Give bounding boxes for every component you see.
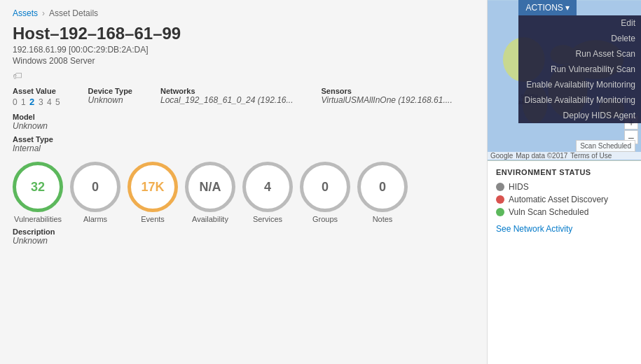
action-item-run-vulnerability-scan[interactable]: Run Vulnerability Scan (518, 62, 641, 77)
actions-button[interactable]: ACTIONS ▾ (518, 0, 577, 15)
breadcrumb-separator: › (42, 8, 45, 18)
actions-menu: EditDeleteRun Asset ScanRun Vulnerabilit… (518, 15, 641, 123)
action-item-edit[interactable]: Edit (518, 15, 641, 31)
asset-value-label: Asset Value (13, 87, 60, 95)
asset-value-num-4[interactable]: 4 (47, 97, 54, 107)
action-item-disable-availability-monitoring[interactable]: Disable Availability Monitoring (518, 92, 641, 108)
see-network-activity-link[interactable]: See Network Activity (496, 224, 572, 234)
env-item-vuln-scan-scheduled: Vuln Scan Scheduled (496, 207, 633, 217)
metric-circle-events: 17K (127, 162, 178, 212)
metric-label-vulnerabilities: Vulnerabilities (14, 215, 62, 223)
model-value: Unknown (13, 121, 474, 131)
device-type-label: Device Type (88, 87, 132, 95)
env-item-automatic-asset-discovery: Automatic Asset Discovery (496, 195, 633, 204)
model-label: Model (13, 113, 474, 121)
description-value: Unknown (13, 236, 474, 246)
host-os: Windows 2008 Server (13, 56, 474, 66)
metric-circle-availability: N/A (185, 162, 235, 212)
env-label: Automatic Asset Discovery (509, 195, 608, 204)
metric-events[interactable]: 17KEvents (127, 162, 178, 223)
action-item-enable-availability-monitoring[interactable]: Enable Availability Monitoring (518, 77, 641, 92)
metric-vulnerabilities[interactable]: 32Vulnerabilities (13, 162, 63, 223)
networks-label: Networks (160, 87, 294, 95)
env-label: Vuln Scan Scheduled (509, 207, 588, 217)
asset-type-value: Internal (13, 144, 474, 153)
metric-services[interactable]: 4Services (242, 162, 293, 223)
asset-value-num-2[interactable]: 2 (29, 97, 37, 107)
env-item-hids: HIDS (496, 182, 633, 192)
metric-notes[interactable]: 0Notes (357, 162, 408, 223)
metric-alarms[interactable]: 0Alarms (70, 162, 120, 223)
sensors-value[interactable]: VirtualUSMAllInOne (192.168.61.... (322, 95, 453, 105)
env-dot-green (496, 208, 504, 216)
asset-value-num-1[interactable]: 1 (21, 97, 28, 107)
asset-value-num-5[interactable]: 5 (55, 97, 60, 107)
google-logo: Google (490, 152, 513, 160)
env-status-title: ENVIRONMENT STATUS (496, 168, 633, 176)
metric-label-events: Events (141, 215, 165, 223)
metric-label-availability: Availability (192, 215, 228, 223)
metric-availability[interactable]: N/AAvailability (185, 162, 235, 223)
description-section: Description Unknown (13, 227, 474, 246)
device-type-section: Device Type Unknown (88, 87, 132, 107)
scan-scheduled-badge: Scan Scheduled (576, 140, 635, 152)
env-items-list: HIDSAutomatic Asset DiscoveryVuln Scan S… (496, 182, 633, 217)
env-dot-gray (496, 183, 504, 191)
networks-value[interactable]: Local_192_168_61_0_24 (192.16... (160, 95, 294, 105)
device-type-value: Unknown (88, 95, 132, 105)
right-panel: AFRICA SOUTH AMERICA ACTIONS ▾ EditDelet… (487, 0, 641, 364)
asset-value-num-0[interactable]: 0 (13, 97, 20, 107)
metric-label-services: Services (253, 215, 282, 223)
page-title: Host–192–168–61–99 (13, 24, 474, 43)
metric-circle-services: 4 (242, 162, 293, 212)
environment-status: ENVIRONMENT STATUS HIDSAutomatic Asset D… (488, 161, 641, 241)
tag-icon: 🏷 (13, 70, 474, 81)
asset-meta: Asset Value 0 1 2 3 4 5 Device Type Unkn… (13, 87, 474, 107)
asset-type-label: Asset Type (13, 135, 474, 144)
description-label: Description (13, 227, 474, 236)
metric-circle-alarms: 0 (70, 162, 120, 212)
model-section: Model Unknown (13, 113, 474, 131)
asset-value-section: Asset Value 0 1 2 3 4 5 (13, 87, 60, 107)
actions-dropdown[interactable]: ACTIONS ▾ EditDeleteRun Asset ScanRun Vu… (518, 0, 641, 123)
breadcrumb-current: Asset Details (49, 8, 98, 18)
metric-groups[interactable]: 0Groups (300, 162, 350, 223)
metric-label-groups: Groups (312, 215, 338, 223)
sensors-label: Sensors (322, 87, 453, 95)
map-copyright: Map data ©2017 (516, 152, 567, 160)
host-ip: 192.168.61.99 [00:0C:29:DB:2A:DA] (13, 45, 474, 55)
sensors-section: Sensors VirtualUSMAllInOne (192.168.61..… (322, 87, 453, 107)
metric-label-notes: Notes (373, 215, 393, 223)
env-dot-red (496, 195, 504, 204)
action-item-deploy-hids-agent[interactable]: Deploy HIDS Agent (518, 108, 641, 123)
breadcrumb: Assets › Asset Details (13, 8, 474, 18)
action-item-delete[interactable]: Delete (518, 31, 641, 46)
metric-circle-vulnerabilities: 32 (13, 162, 63, 212)
env-label: HIDS (509, 182, 529, 192)
map-terms[interactable]: Terms of Use (570, 152, 612, 160)
asset-value-num-3[interactable]: 3 (39, 97, 46, 107)
asset-value-row[interactable]: 0 1 2 3 4 5 (13, 97, 60, 107)
action-item-run-asset-scan[interactable]: Run Asset Scan (518, 46, 641, 62)
metric-circle-notes: 0 (357, 162, 408, 212)
metric-label-alarms: Alarms (83, 215, 107, 223)
breadcrumb-link-assets[interactable]: Assets (13, 8, 38, 18)
networks-section: Networks Local_192_168_61_0_24 (192.16..… (160, 87, 294, 107)
asset-type-section: Asset Type Internal (13, 135, 474, 153)
metric-circle-groups: 0 (300, 162, 350, 212)
map-attribution: Google Map data ©2017 Terms of Use (488, 152, 641, 160)
map-area: AFRICA SOUTH AMERICA ACTIONS ▾ EditDelet… (488, 0, 641, 161)
metrics-row: 32Vulnerabilities0Alarms17KEventsN/AAvai… (13, 162, 474, 223)
